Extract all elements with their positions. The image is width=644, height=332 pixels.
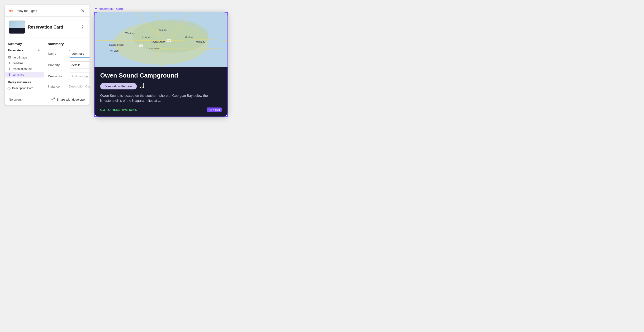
panel-footer: No errors Share with developer xyxy=(5,94,90,105)
name-field-label: Name xyxy=(48,52,67,55)
no-errors-text: No errors xyxy=(9,98,22,101)
text-icon-headline: T xyxy=(8,62,11,65)
relay-logo-icon xyxy=(9,8,14,13)
thumbnail-dark xyxy=(9,28,25,34)
svg-text:21: 21 xyxy=(140,45,142,47)
text-icon-reservation: T xyxy=(8,67,11,71)
reservation-card: Sauble Beach Hepworth Owen Sound Port El… xyxy=(94,12,228,116)
image-icon xyxy=(8,56,11,59)
share-with-developer-button[interactable]: Share with developer xyxy=(52,97,86,101)
card-body: Owen Sound Campground Reservation Requir… xyxy=(94,67,228,116)
diamond-icon xyxy=(7,87,11,90)
content-area: Summary Parameters + hero-image T xyxy=(5,38,90,94)
name-field-row: Name xyxy=(48,50,90,58)
description-card-label: Description Card xyxy=(12,87,33,90)
component-icon: ✦ xyxy=(94,7,97,11)
instance-field-label: Instance xyxy=(48,85,67,88)
preview-title: Reservation Card xyxy=(99,7,123,11)
thumbnail-map xyxy=(9,21,25,28)
map-svg: Sauble Beach Hepworth Owen Sound Port El… xyxy=(94,12,228,67)
svg-point-3 xyxy=(10,57,10,58)
svg-text:Owen Sound: Owen Sound xyxy=(152,41,165,43)
description-field-label: Description xyxy=(48,74,67,78)
campground-title: Owen Sound Campground xyxy=(100,72,222,79)
name-input[interactable] xyxy=(69,50,90,58)
svg-text:Hepworth: Hepworth xyxy=(141,36,151,39)
header-left: Relay for Figma xyxy=(9,8,37,13)
parameters-row: Parameters + xyxy=(5,47,44,55)
bookmark-button[interactable] xyxy=(139,83,144,90)
bookmark-icon xyxy=(139,83,144,89)
left-panel: Relay for Figma Reservation Card ⋮ Summa… xyxy=(5,5,90,105)
svg-text:Chatsworth: Chatsworth xyxy=(149,47,160,50)
fill-hug-badge: Fill × Hug xyxy=(207,107,222,112)
panel-header: Relay for Figma xyxy=(5,5,90,17)
close-icon xyxy=(81,9,84,12)
preview-label: ✦ Reservation Card xyxy=(94,7,317,11)
svg-text:Wiarton: Wiarton xyxy=(126,32,134,35)
reservation-text-label: reservation-text xyxy=(12,67,32,71)
component-name: Reservation Card xyxy=(28,25,63,30)
headline-label: headline xyxy=(12,62,23,65)
svg-text:Kemble: Kemble xyxy=(159,29,167,31)
instance-field-row: Instance Description Card xyxy=(48,84,90,89)
property-select[interactable]: details summary text content xyxy=(69,61,90,69)
property-field-label: Property xyxy=(48,63,67,67)
svg-text:10: 10 xyxy=(168,40,170,42)
svg-point-11 xyxy=(52,99,53,100)
right-panel: ✦ Reservation Card xyxy=(94,5,317,117)
summary-label: summary xyxy=(12,73,24,76)
component-info-left: Reservation Card xyxy=(9,21,63,34)
svg-text:Sauble Beach: Sauble Beach xyxy=(109,44,124,46)
detail-header: summary xyxy=(48,42,90,46)
svg-text:Port Elgin: Port Elgin xyxy=(109,50,119,52)
share-icon xyxy=(52,97,55,101)
sidebar-item-reservation-text[interactable]: T reservation-text xyxy=(5,66,44,72)
relay-instances-title: Relay instances xyxy=(5,78,44,85)
description-field-row: Description xyxy=(48,73,90,80)
hero-image-label: hero-image xyxy=(12,56,27,59)
go-to-reservations-button[interactable]: GO TO RESERVATIONS xyxy=(100,108,137,111)
description-text: Owen Sound is located on the southern sh… xyxy=(100,93,222,103)
relay-item-description-card[interactable]: Description Card xyxy=(5,85,44,91)
go-reservations-bar: GO TO RESERVATIONS Fill × Hug xyxy=(100,107,222,112)
property-select-wrap: details summary text content ▾ xyxy=(69,61,90,69)
add-parameter-button[interactable]: + xyxy=(36,48,41,53)
detail-panel: summary Name Property details summ xyxy=(44,38,90,94)
svg-point-12 xyxy=(54,100,55,101)
sidebar-item-hero-image[interactable]: hero-image xyxy=(5,55,44,60)
detail-title: summary xyxy=(48,42,64,46)
map-area: Sauble Beach Hepworth Owen Sound Port El… xyxy=(94,12,228,67)
svg-text:Thornbury: Thornbury xyxy=(194,41,205,43)
text-icon-summary: T xyxy=(8,73,11,76)
card-wrapper: Sauble Beach Hepworth Owen Sound Port El… xyxy=(94,12,228,116)
sidebar-item-summary[interactable]: T summary xyxy=(5,72,44,78)
sidebar-item-headline[interactable]: T headline xyxy=(5,60,44,66)
svg-point-10 xyxy=(54,98,55,99)
share-label: Share with developer xyxy=(57,98,86,101)
sidebar: Summary Parameters + hero-image T xyxy=(5,38,44,94)
property-field-row: Property details summary text content ▾ xyxy=(48,61,90,69)
component-info: Reservation Card ⋮ xyxy=(5,17,90,38)
parameters-label: Parameters xyxy=(8,49,23,52)
more-options-button[interactable]: ⋮ xyxy=(80,24,86,31)
svg-point-1 xyxy=(11,10,13,12)
description-input[interactable] xyxy=(69,73,90,80)
summary-section-title: Summary xyxy=(5,41,44,47)
component-thumbnail xyxy=(9,21,25,34)
tags-row: Reservation Required xyxy=(100,83,222,90)
map-background: Sauble Beach Hepworth Owen Sound Port El… xyxy=(94,12,228,67)
close-button[interactable] xyxy=(80,8,86,14)
instance-value: Description Card xyxy=(69,85,90,88)
reservation-required-badge: Reservation Required xyxy=(100,83,137,89)
app-title: Relay for Figma xyxy=(16,9,37,13)
svg-text:Meaford: Meaford xyxy=(185,36,194,39)
